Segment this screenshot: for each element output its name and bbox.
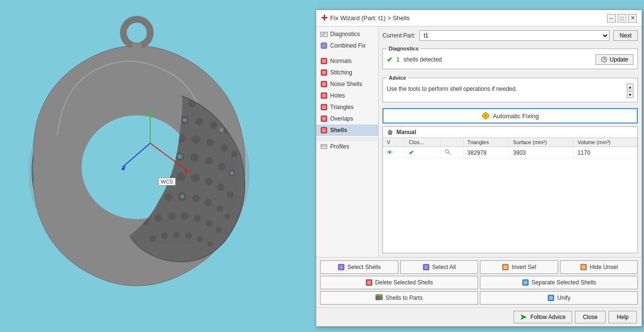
svg-point-63 bbox=[197, 236, 203, 242]
manual-house-icon bbox=[387, 129, 394, 135]
svg-text:✓: ✓ bbox=[322, 44, 325, 48]
svg-rect-95 bbox=[322, 105, 326, 109]
svg-point-43 bbox=[227, 191, 234, 198]
next-button[interactable]: Next bbox=[613, 30, 638, 41]
sidebar-divider-2 bbox=[316, 138, 378, 138]
advice-text-container: Use the tools to perform shell operation… bbox=[387, 84, 625, 94]
dialog-title: ✛ Fix Wizard (Part: t1) > Shells bbox=[321, 13, 410, 23]
close-button[interactable]: Close bbox=[575, 311, 606, 323]
select-all-button[interactable]: Select All bbox=[400, 260, 478, 274]
svg-point-64 bbox=[207, 241, 213, 247]
sidebar-item-shells[interactable]: Shells bbox=[316, 124, 378, 136]
manual-header: Manual bbox=[383, 127, 637, 138]
sidebar-item-holes-label: Holes bbox=[330, 92, 345, 99]
svg-point-70 bbox=[180, 195, 184, 198]
current-part-label: Current Part: bbox=[382, 32, 416, 39]
bottom-bar: Follow Advice Close Help bbox=[316, 307, 642, 326]
table-header-row: V Clos... Triangles Surface (mm²) Volume… bbox=[383, 138, 637, 147]
sidebar-item-stitching[interactable]: Stitching bbox=[316, 67, 378, 78]
svg-text:y: y bbox=[152, 105, 155, 111]
sidebar: Diagnostics ✓ Combined Fix Normals bbox=[316, 26, 379, 257]
manual-section: Manual V Clos... Triangles Surface (mm²)… bbox=[382, 126, 638, 253]
close-window-button[interactable]: ✕ bbox=[628, 14, 637, 23]
delete-selected-shells-button[interactable]: Delete Selected Shells bbox=[320, 276, 478, 289]
fix-wizard-dialog: ✛ Fix Wizard (Part: t1) > Shells ─ □ ✕ D… bbox=[316, 10, 642, 327]
svg-point-50 bbox=[216, 205, 223, 212]
combined-fix-icon: ✓ bbox=[320, 42, 328, 49]
svg-point-56 bbox=[194, 215, 201, 222]
svg-rect-115 bbox=[424, 265, 428, 269]
select-shells-button[interactable]: Select Shells bbox=[320, 260, 398, 274]
separate-selected-shells-button[interactable]: Separate Selected Shells bbox=[480, 276, 638, 289]
shells-to-parts-button[interactable]: Shells to Parts bbox=[320, 291, 478, 305]
svg-rect-129 bbox=[549, 296, 553, 300]
delete-shells-icon bbox=[365, 279, 373, 286]
svg-rect-117 bbox=[503, 265, 507, 269]
stitching-icon bbox=[320, 69, 328, 76]
invert-sel-button[interactable]: Invert Sel bbox=[480, 260, 558, 274]
svg-rect-91 bbox=[322, 82, 326, 86]
svg-rect-124 bbox=[376, 296, 379, 300]
svg-rect-119 bbox=[582, 265, 585, 269]
profiles-icon bbox=[320, 143, 328, 150]
separate-selected-shells-label: Separate Selected Shells bbox=[532, 279, 596, 286]
sidebar-item-overlaps[interactable]: Overlaps bbox=[316, 113, 378, 124]
svg-point-32 bbox=[190, 153, 199, 162]
advice-legend: Advice bbox=[387, 75, 408, 81]
sidebar-item-normals[interactable]: Normals bbox=[316, 55, 378, 67]
shells-to-parts-label: Shells to Parts bbox=[385, 295, 422, 301]
unify-button[interactable]: Unify bbox=[480, 291, 638, 305]
update-button[interactable]: Update bbox=[596, 54, 633, 65]
table-row[interactable]: 👁 ✔ 382978 bbox=[383, 147, 637, 159]
advice-text: Use the tools to perform shell operation… bbox=[387, 84, 625, 94]
svg-line-83 bbox=[325, 34, 326, 35]
current-part-select[interactable]: t1 bbox=[419, 30, 610, 41]
delete-selected-shells-label: Delete Selected Shells bbox=[375, 279, 433, 286]
col-icon bbox=[441, 138, 464, 147]
svg-rect-87 bbox=[322, 59, 326, 63]
help-button[interactable]: Help bbox=[608, 311, 637, 323]
sidebar-item-holes[interactable]: Holes bbox=[316, 90, 378, 101]
dialog-body: Diagnostics ✓ Combined Fix Normals bbox=[316, 26, 642, 257]
svg-rect-5 bbox=[132, 43, 142, 58]
restore-button[interactable]: □ bbox=[618, 14, 626, 23]
update-icon bbox=[601, 56, 608, 63]
normals-icon bbox=[320, 57, 328, 65]
sidebar-item-noise-shells[interactable]: Noise Shells bbox=[316, 78, 378, 90]
follow-advice-label: Follow Advice bbox=[530, 314, 565, 320]
diagnostics-icon bbox=[320, 30, 328, 38]
minimize-button[interactable]: ─ bbox=[607, 14, 616, 23]
unify-icon bbox=[547, 294, 555, 302]
svg-point-41 bbox=[205, 178, 213, 185]
hide-unsel-icon bbox=[580, 263, 587, 271]
advice-scroll-down[interactable]: ▼ bbox=[627, 91, 633, 98]
sidebar-item-triangles-label: Triangles bbox=[330, 104, 354, 111]
hide-unsel-button[interactable]: Hide Unsel bbox=[560, 260, 638, 274]
advice-scroll-up[interactable]: ▲ bbox=[627, 84, 633, 90]
sidebar-item-noise-shells-label: Noise Shells bbox=[330, 81, 362, 87]
invert-sel-label: Invert Sel bbox=[512, 264, 536, 271]
svg-point-62 bbox=[185, 233, 192, 239]
sidebar-item-shells-label: Shells bbox=[330, 127, 347, 134]
svg-marker-130 bbox=[521, 315, 526, 320]
svg-point-46 bbox=[165, 193, 172, 201]
sidebar-item-profiles[interactable]: Profiles bbox=[316, 140, 378, 152]
svg-rect-97 bbox=[322, 117, 326, 121]
shells-icon bbox=[320, 126, 328, 134]
sidebar-item-diagnostics[interactable]: Diagnostics bbox=[316, 28, 378, 40]
col-surface: Surface (mm²) bbox=[509, 138, 573, 147]
sidebar-item-triangles[interactable]: Triangles bbox=[316, 101, 378, 113]
invert-sel-icon bbox=[501, 263, 509, 271]
svg-point-27 bbox=[231, 150, 238, 157]
svg-point-26 bbox=[220, 144, 228, 152]
sidebar-item-combined-fix[interactable]: ✓ Combined Fix bbox=[316, 40, 378, 51]
follow-advice-button[interactable]: Follow Advice bbox=[513, 311, 572, 323]
dialog-titlebar: ✛ Fix Wizard (Part: t1) > Shells ─ □ ✕ bbox=[316, 10, 642, 26]
svg-point-60 bbox=[161, 233, 168, 239]
svg-text:x: x bbox=[189, 168, 191, 174]
automatic-fixing-button[interactable]: Automatic Fixing bbox=[382, 108, 638, 123]
main-panel: Current Part: t1 Next Diagnostics ✔ 1 sh… bbox=[379, 26, 642, 257]
cell-surface: 3803 bbox=[509, 147, 573, 159]
col-v: V bbox=[383, 138, 405, 147]
svg-point-51 bbox=[225, 213, 230, 219]
